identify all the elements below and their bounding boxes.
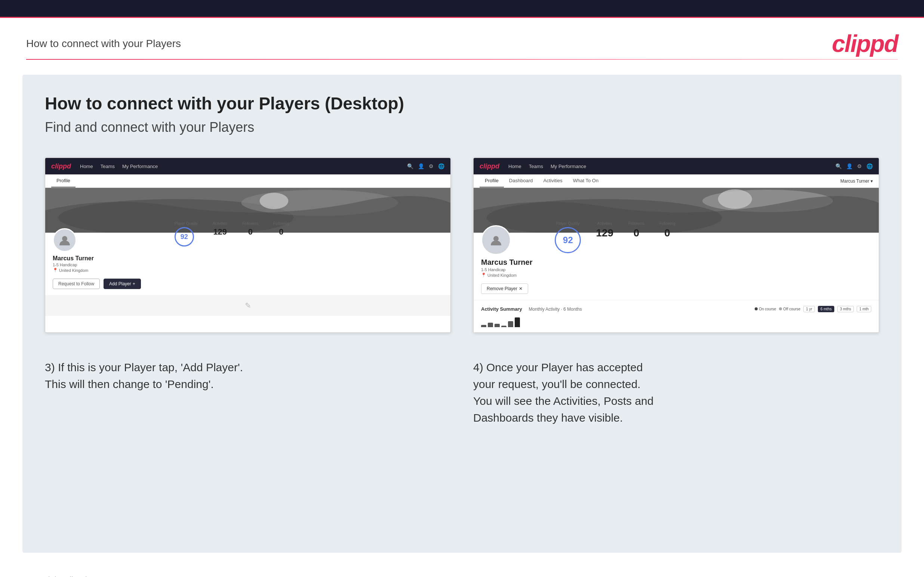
close-icon: ✕ (519, 286, 523, 291)
copyright-text: Copyright Clippd 2022 (26, 575, 108, 577)
screenshot-1: clippd Home Teams My Performance 🔍 👤 ⚙ 🌐… (45, 158, 451, 333)
bar-4 (501, 326, 506, 327)
footer: Copyright Clippd 2022 (0, 568, 924, 577)
description-text-2: 4) Once your Player has acceptedyour req… (473, 359, 879, 426)
nav-myperformance-2[interactable]: My Performance (551, 164, 586, 169)
settings-icon-2[interactable]: ⚙ (857, 163, 862, 169)
header-title: How to connect with your Players (26, 38, 181, 50)
tab-profile-2[interactable]: Profile (480, 174, 504, 187)
offcourse-dot (779, 307, 782, 310)
nav-icons-1: 🔍 👤 ⚙ 🌐 (407, 163, 444, 169)
period-6mths[interactable]: 6 mths (818, 306, 834, 312)
description-1: 3) If this is your Player tap, 'Add Play… (45, 359, 451, 426)
player-handicap-2: 1-5 Handicap (481, 268, 532, 272)
settings-icon-1[interactable]: ⚙ (429, 163, 434, 169)
screenshots-row: clippd Home Teams My Performance 🔍 👤 ⚙ 🌐… (45, 158, 879, 333)
nav-icons-2: 🔍 👤 ⚙ 🌐 (835, 163, 873, 169)
search-icon-2[interactable]: 🔍 (835, 163, 842, 169)
mock-logo-2: clippd (480, 163, 499, 170)
svg-point-4 (62, 236, 67, 241)
nav-home-1[interactable]: Home (80, 164, 93, 169)
stats-1: Player Quality 92 Activities 129 Followe… (174, 221, 289, 247)
location-pin-icon-2: 📍 (481, 272, 486, 277)
tab-whattoon-2[interactable]: What To On (568, 174, 604, 187)
remove-player-btn[interactable]: Remove Player ✕ (481, 284, 528, 294)
following-stat: Following 0 (273, 221, 289, 237)
mock-banner-2 (473, 188, 879, 233)
activities-stat: Activities 129 (213, 221, 227, 237)
header: How to connect with your Players clippd (0, 18, 924, 59)
tab-activities-2[interactable]: Activities (538, 174, 567, 187)
request-follow-btn[interactable]: Request to Follow (53, 279, 100, 289)
followers-stat-2: Followers 0 (628, 221, 645, 239)
mock-profile-1: Marcus Turner 1-5 Handicap 📍 United King… (45, 233, 451, 295)
chart-bars (481, 316, 871, 327)
svg-point-8 (718, 189, 752, 209)
avatar-2 (481, 225, 511, 255)
main-content: How to connect with your Players (Deskto… (23, 75, 901, 553)
description-2: 4) Once your Player has acceptedyour req… (473, 359, 879, 426)
player-location-2: 📍 United Kingdom (481, 272, 532, 277)
header-logo: clippd (832, 30, 898, 58)
mock-nav-1: clippd Home Teams My Performance 🔍 👤 ⚙ 🌐 (45, 158, 451, 174)
legend-offcourse: Off course (779, 307, 800, 311)
tab-dashboard-2[interactable]: Dashboard (504, 174, 538, 187)
player-buttons-2: Remove Player ✕ (481, 284, 532, 294)
player-name-2: Marcus Turner (481, 258, 532, 267)
activity-controls: On course Off course 1 yr 6 mths 3 mths … (755, 306, 871, 312)
avatar-1 (53, 228, 77, 252)
bar-6 (515, 318, 520, 327)
bar-3 (494, 324, 500, 327)
nav-teams-2[interactable]: Teams (529, 164, 543, 169)
following-stat-2: Following 0 (659, 221, 675, 239)
followers-stat: Followers 0 (242, 221, 258, 237)
mock-profile-2: Marcus Turner 1-5 Handicap 📍 United King… (473, 233, 879, 300)
quality-stat-2: Player Quality 92 (555, 221, 581, 253)
add-player-btn[interactable]: Add Player + (103, 279, 141, 289)
mock-logo-1: clippd (51, 163, 71, 170)
mock-nav-2: clippd Home Teams My Performance 🔍 👤 ⚙ 🌐 (473, 158, 879, 174)
mock-tabs-1: Profile (45, 174, 451, 188)
nav-myperformance-1[interactable]: My Performance (122, 164, 158, 169)
stats-2: Player Quality 92 Activities 129 Followe… (555, 221, 675, 253)
header-divider (26, 59, 898, 60)
globe-icon-1[interactable]: 🌐 (438, 163, 444, 169)
bar-1 (481, 325, 486, 327)
period-1yr[interactable]: 1 yr (803, 306, 815, 312)
screenshot-2: clippd Home Teams My Performance 🔍 👤 ⚙ 🌐… (473, 158, 879, 333)
description-text-1: 3) If this is your Player tap, 'Add Play… (45, 359, 451, 393)
bar-2 (488, 323, 493, 327)
player-handicap-1: 1-5 Handicap (53, 263, 141, 267)
quality-circle-2: 92 (555, 227, 581, 253)
activity-header: Activity Summary Monthly Activity · 6 Mo… (481, 306, 871, 312)
player-name-1: Marcus Turner (53, 255, 141, 262)
player-buttons-1: Request to Follow Add Player + (53, 279, 141, 289)
activities-stat-2: Activities 129 (596, 221, 613, 239)
scroll-area-1: ✎ (45, 295, 451, 316)
nav-teams-1[interactable]: Teams (100, 164, 115, 169)
period-1mth[interactable]: 1 mth (857, 306, 871, 312)
nav-home-2[interactable]: Home (508, 164, 522, 169)
page-subheading: Find and connect with your Players (45, 119, 879, 135)
user-icon-2[interactable]: 👤 (846, 163, 853, 169)
scroll-icon-1: ✎ (245, 301, 251, 310)
quality-circle-1: 92 (174, 227, 194, 247)
globe-icon-2[interactable]: 🌐 (866, 163, 873, 169)
svg-point-3 (259, 193, 288, 209)
legend-oncourse: On course (755, 307, 776, 311)
tab-profile-1[interactable]: Profile (51, 174, 76, 187)
player-location-1: 📍 United Kingdom (53, 268, 141, 272)
location-pin-icon: 📍 (53, 268, 58, 272)
descriptions-row: 3) If this is your Player tap, 'Add Play… (45, 355, 879, 430)
oncourse-dot (755, 307, 758, 310)
bar-5 (508, 321, 513, 327)
activity-summary: Activity Summary Monthly Activity · 6 Mo… (473, 300, 879, 332)
player-dropdown[interactable]: Marcus Turner ▾ (840, 179, 873, 184)
mock-tabs-2: Profile Dashboard Activities What To On … (473, 174, 879, 188)
top-bar (0, 0, 924, 18)
activity-title-group: Activity Summary Monthly Activity · 6 Mo… (481, 306, 582, 312)
page-heading: How to connect with your Players (Deskto… (45, 93, 879, 114)
user-icon-1[interactable]: 👤 (418, 163, 424, 169)
search-icon-1[interactable]: 🔍 (407, 163, 414, 169)
period-3mths[interactable]: 3 mths (837, 306, 854, 312)
